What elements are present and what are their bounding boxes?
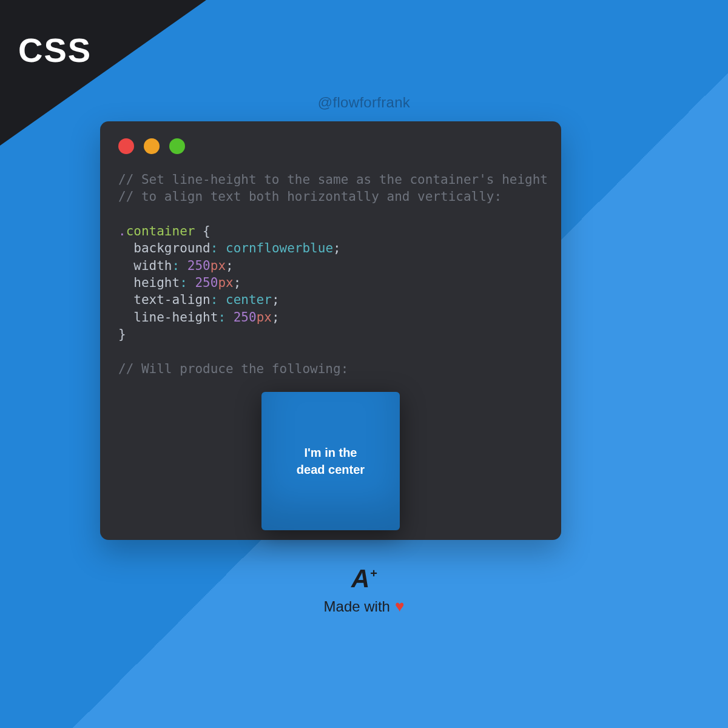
colon: : — [211, 292, 218, 307]
logo: A+ — [351, 564, 377, 593]
prop-number: 250 — [234, 310, 257, 325]
colon: : — [218, 310, 226, 325]
logo-letter: A — [351, 564, 369, 593]
prop-value: cornflowerblue — [226, 241, 333, 255]
prop-value: center — [226, 292, 272, 307]
made-text: Made with — [324, 598, 390, 615]
prop-name: line-height — [133, 310, 218, 325]
demo-line: dead center — [297, 463, 365, 476]
prop-name: text-align — [133, 292, 210, 307]
colon: : — [172, 258, 180, 273]
code-comment: // Will produce the following: — [118, 362, 348, 376]
maximize-icon — [169, 138, 185, 154]
code-editor-window: // Set line-height to the same as the co… — [100, 121, 561, 540]
prop-name: width — [133, 258, 172, 273]
prop-name: height — [133, 275, 180, 290]
made-with: Made with ♥ — [0, 597, 728, 616]
semicolon: ; — [234, 275, 241, 290]
prop-unit: px — [211, 258, 226, 273]
semicolon: ; — [272, 292, 280, 307]
semicolon: ; — [226, 258, 234, 273]
window-controls — [118, 138, 543, 154]
close-icon — [118, 138, 134, 154]
code-block: // Set line-height to the same as the co… — [118, 171, 543, 377]
selector-name: container — [126, 224, 195, 238]
semicolon: ; — [333, 241, 341, 255]
prop-unit: px — [218, 275, 233, 290]
demo-text: I'm in the dead center — [297, 444, 365, 478]
selector-dot: . — [118, 224, 126, 238]
demo-line: I'm in the — [305, 446, 357, 459]
heart-icon: ♥ — [395, 597, 404, 616]
close-brace: } — [118, 327, 126, 342]
prop-number: 250 — [187, 258, 211, 273]
semicolon: ; — [272, 310, 280, 325]
author-handle: @flowforfrank — [0, 94, 728, 111]
minimize-icon — [144, 138, 160, 154]
colon: : — [211, 241, 218, 255]
demo-box: I'm in the dead center — [261, 392, 400, 530]
logo-plus: + — [370, 567, 377, 581]
badge-label: CSS — [18, 30, 92, 70]
code-comment: // to align text both horizontally and v… — [118, 189, 502, 204]
colon: : — [180, 275, 187, 290]
open-brace: { — [195, 224, 210, 238]
code-comment: // Set line-height to the same as the co… — [118, 172, 548, 187]
prop-name: background — [133, 241, 210, 255]
prop-number: 250 — [195, 275, 218, 290]
prop-unit: px — [257, 310, 272, 325]
footer: A+ Made with ♥ — [0, 564, 728, 616]
